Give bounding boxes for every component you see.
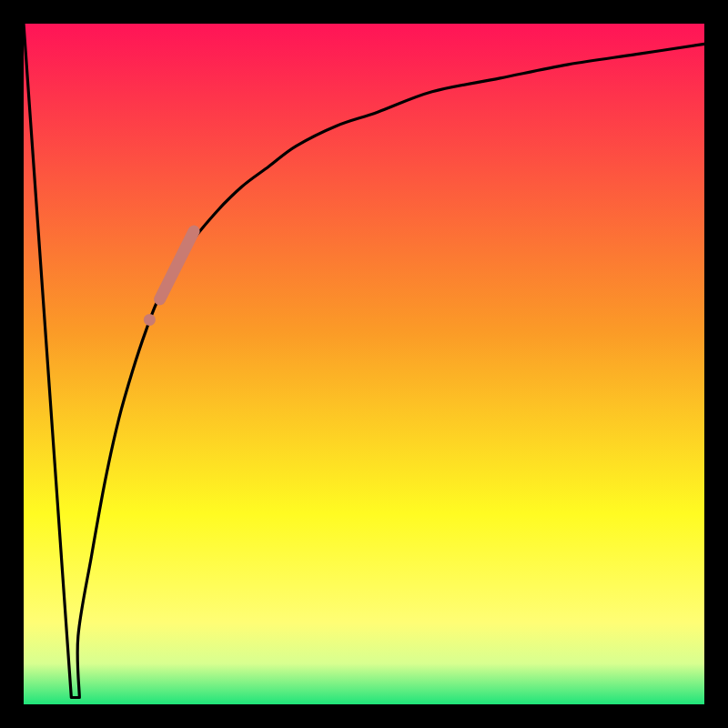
chart-frame: TheBottleneck.com [0,0,728,728]
highlight-dot [144,314,156,326]
bottleneck-chart [0,0,728,728]
gradient-plot-area [24,24,704,704]
